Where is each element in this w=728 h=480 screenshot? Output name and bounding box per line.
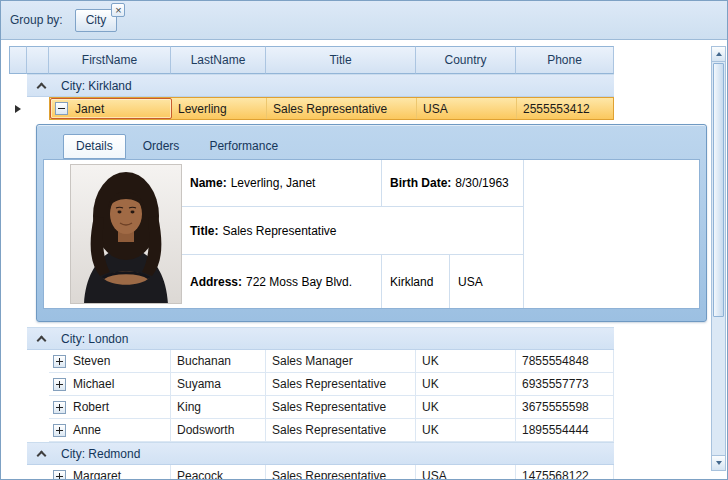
field-birth-date: Birth Date: 8/30/1963 [382, 160, 524, 206]
row-indicator-cell [9, 350, 27, 373]
cell-firstname[interactable]: Anne [49, 419, 171, 442]
group-caption: City: London [61, 332, 128, 346]
field-label: Name: [190, 176, 227, 190]
field-country: USA [450, 255, 524, 308]
cell-firstname[interactable]: Steven [49, 350, 171, 373]
scrollbar-thumb[interactable] [713, 63, 724, 317]
cell-phone[interactable]: 2555553412 [517, 98, 613, 119]
group-row-london[interactable]: City: London [9, 327, 707, 350]
cell-country[interactable]: UK [416, 350, 516, 373]
group-indent-cell [27, 465, 49, 480]
row-cells: Michael Suyama Sales Representative UK 6… [49, 373, 614, 396]
table-row-margaret[interactable]: Margaret Peacock Sales Representative US… [9, 465, 707, 480]
cell-lastname[interactable]: Suyama [171, 373, 266, 396]
detail-tabs: Details Orders Performance [37, 125, 706, 159]
chevron-up-icon[interactable] [37, 451, 47, 461]
field-city: Kirkland [382, 255, 450, 308]
cell-country[interactable]: USA [416, 465, 516, 480]
arrow-down-icon [716, 461, 722, 465]
cell-title[interactable]: Sales Representative [267, 98, 417, 119]
field-label: Title: [190, 224, 218, 238]
group-indent-cell [27, 373, 49, 396]
table-row-janet[interactable]: Janet Leverling Sales Representative USA… [9, 97, 707, 120]
row-indicator-cell [9, 74, 27, 97]
cell-title[interactable]: Sales Representative [266, 396, 416, 419]
group-band[interactable]: City: Redmond [27, 442, 614, 465]
group-row-kirkland[interactable]: City: Kirkland [9, 74, 707, 97]
group-chip-city[interactable]: City × [75, 9, 118, 32]
tab-performance[interactable]: Performance [196, 134, 291, 159]
expand-detail-button[interactable] [53, 378, 66, 391]
vertical-scrollbar[interactable] [711, 46, 726, 471]
column-header-firstname[interactable]: FirstName [49, 46, 171, 74]
column-header-row: FirstName LastName Title Country Phone [9, 46, 707, 74]
table-row-steven[interactable]: Steven Buchanan Sales Manager UK 7855554… [9, 350, 707, 373]
data-grid: FirstName LastName Title Country Phone C… [9, 46, 707, 480]
column-header-title[interactable]: Title [266, 46, 416, 74]
group-row-redmond[interactable]: City: Redmond [9, 442, 707, 465]
cell-lastname[interactable]: King [171, 396, 266, 419]
cell-phone[interactable]: 7855554848 [516, 350, 614, 373]
cell-text: Steven [73, 354, 110, 368]
row-cells: Margaret Peacock Sales Representative US… [49, 465, 614, 480]
cell-phone[interactable]: 1895554444 [516, 419, 614, 442]
table-row-robert[interactable]: Robert King Sales Representative UK 3675… [9, 396, 707, 419]
group-indent-cell [27, 396, 49, 419]
row-indicator-cell [9, 97, 27, 120]
group-indent-cell [27, 97, 49, 120]
cell-text: Anne [73, 423, 101, 437]
cell-country[interactable]: USA [417, 98, 517, 119]
expand-detail-button[interactable] [53, 401, 66, 414]
cell-firstname[interactable]: Margaret [49, 465, 171, 480]
cell-phone[interactable]: 6935557773 [516, 373, 614, 396]
arrow-up-icon [716, 52, 722, 56]
row-indicator-cell [9, 373, 27, 396]
expand-detail-button[interactable] [53, 424, 66, 437]
cell-title[interactable]: Sales Manager [266, 350, 416, 373]
cell-firstname[interactable]: Michael [49, 373, 171, 396]
cell-title[interactable]: Sales Representative [266, 419, 416, 442]
group-indent-cell [27, 419, 49, 442]
field-label: Birth Date: [390, 176, 451, 190]
field-value: 722 Moss Bay Blvd. [246, 275, 352, 289]
cell-country[interactable]: UK [416, 396, 516, 419]
cell-country[interactable]: UK [416, 419, 516, 442]
expand-detail-button[interactable] [53, 470, 66, 480]
scroll-down-button[interactable] [712, 455, 725, 470]
field-value: 8/30/1963 [455, 176, 508, 190]
field-address: Address: 722 Moss Bay Blvd. [182, 255, 382, 308]
cell-text: Michael [73, 377, 114, 391]
chip-remove-button[interactable]: × [111, 3, 125, 17]
row-indicator-cell [9, 442, 27, 465]
tab-details[interactable]: Details [63, 134, 126, 159]
cell-title[interactable]: Sales Representative [266, 373, 416, 396]
cell-lastname[interactable]: Buchanan [171, 350, 266, 373]
collapse-detail-button[interactable] [55, 102, 68, 115]
cell-text: Robert [73, 400, 109, 414]
expand-detail-button[interactable] [53, 355, 66, 368]
cell-lastname[interactable]: Leverling [172, 98, 267, 119]
group-band[interactable]: City: Kirkland [27, 74, 614, 97]
row-cells: Anne Dodsworth Sales Representative UK 1… [49, 419, 614, 442]
group-by-label: Group by: [10, 13, 63, 27]
cell-title[interactable]: Sales Representative [266, 465, 416, 480]
employee-photo [70, 164, 182, 304]
column-header-lastname[interactable]: LastName [171, 46, 266, 74]
chevron-up-icon[interactable] [37, 336, 47, 346]
cell-lastname[interactable]: Dodsworth [171, 419, 266, 442]
column-header-country[interactable]: Country [416, 46, 516, 74]
table-row-michael[interactable]: Michael Suyama Sales Representative UK 6… [9, 373, 707, 396]
cell-phone[interactable]: 3675555598 [516, 396, 614, 419]
cell-firstname[interactable]: Janet [50, 98, 172, 119]
table-row-anne[interactable]: Anne Dodsworth Sales Representative UK 1… [9, 419, 707, 442]
tab-orders[interactable]: Orders [130, 134, 193, 159]
column-header-phone[interactable]: Phone [516, 46, 614, 74]
cell-phone[interactable]: 1475568122 [516, 465, 614, 480]
cell-firstname[interactable]: Robert [49, 396, 171, 419]
cell-country[interactable]: UK [416, 373, 516, 396]
scroll-up-button[interactable] [712, 47, 725, 62]
chevron-up-icon[interactable] [37, 83, 47, 93]
cell-lastname[interactable]: Peacock [171, 465, 266, 480]
group-band[interactable]: City: London [27, 327, 614, 350]
detail-content: Name: Leverling, Janet Birth Date: 8/30/… [43, 159, 700, 309]
